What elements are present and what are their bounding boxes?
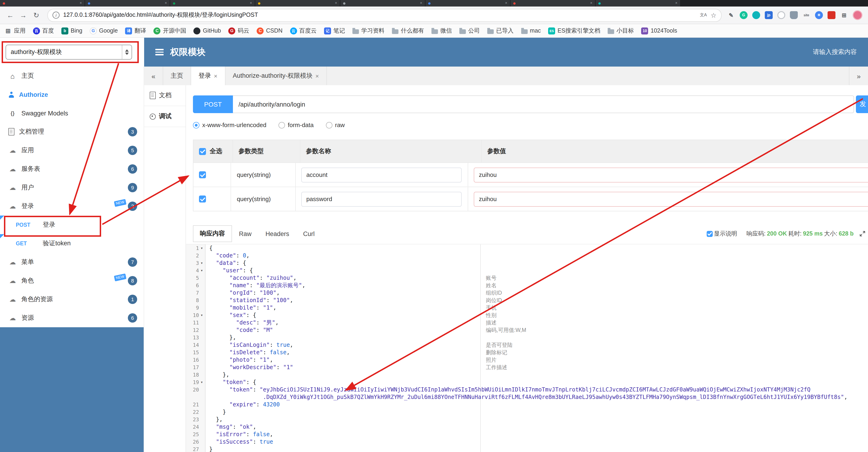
rail-doc-tab[interactable]: 文档 xyxy=(144,85,186,106)
sidebar-item[interactable]: 登录 NEW 2 xyxy=(0,197,144,216)
row-checkbox[interactable] xyxy=(199,171,206,178)
browser-tab[interactable]: × xyxy=(170,0,255,6)
browser-tab[interactable]: × xyxy=(0,0,85,6)
browser-tab[interactable]: × xyxy=(340,0,425,6)
sidebar-item[interactable]: 服务表 6 xyxy=(0,160,144,178)
tab-headers[interactable]: Headers xyxy=(258,226,296,242)
sidebar-item[interactable]: 用户 9 xyxy=(0,178,144,197)
rail-debug-tab[interactable]: 调试 xyxy=(144,106,186,127)
sidebar-item[interactable]: Authorize xyxy=(0,85,144,104)
sidebar-item[interactable]: 应用 5 xyxy=(0,141,144,160)
close-icon[interactable]: × xyxy=(590,1,592,5)
close-icon[interactable]: × xyxy=(250,1,252,5)
browser-tab[interactable]: × xyxy=(425,0,510,6)
browser-tab[interactable]: × xyxy=(85,0,170,6)
sidebar-item[interactable]: 角色 NEW 8 xyxy=(0,272,144,290)
browser-tab[interactable]: × xyxy=(510,0,595,6)
fold-toggle-icon[interactable]: ▾ xyxy=(199,246,205,250)
extension-icon[interactable]: jp xyxy=(765,11,773,19)
tab-curl[interactable]: Curl xyxy=(296,226,322,242)
sidebar-item[interactable]: 角色的资源 1 xyxy=(0,290,144,309)
extension-icon[interactable] xyxy=(752,11,760,19)
close-icon[interactable]: × xyxy=(335,1,337,5)
fold-toggle-icon[interactable]: ▾ xyxy=(199,380,205,385)
close-icon[interactable]: × xyxy=(80,1,82,5)
bookmark-item[interactable]: 百 百度 xyxy=(33,27,54,35)
show-desc-checkbox[interactable] xyxy=(707,231,712,237)
bookmark-item[interactable]: ES ES搜索引擎文档 xyxy=(548,27,600,35)
tab-scroll-left[interactable]: « xyxy=(144,66,163,85)
tab-raw[interactable]: Raw xyxy=(232,226,258,242)
address-bar[interactable]: i 127.0.0.1:8760/api/gate/doc.html#/auth… xyxy=(48,9,721,22)
bookmark-item[interactable]: C 开源中国 xyxy=(154,27,186,35)
close-icon[interactable]: × xyxy=(505,1,507,5)
radio-urlencoded[interactable]: x-www-form-urlencoded xyxy=(193,121,267,129)
browser-tab[interactable]: × xyxy=(255,0,340,6)
pen-extension-icon[interactable]: ✎ xyxy=(727,11,735,19)
bookmark-item[interactable]: 学习资料 xyxy=(352,27,384,35)
translate-icon[interactable]: 文A xyxy=(700,12,707,18)
bookmark-star-icon[interactable]: ☆ xyxy=(711,11,716,19)
tab-login[interactable]: 登录× xyxy=(191,66,225,85)
extension-icon[interactable] xyxy=(777,11,785,19)
param-value-input[interactable]: zuihou xyxy=(474,167,868,182)
row-checkbox[interactable] xyxy=(199,196,206,202)
tab-authorize[interactable]: Authorize-authority-权限模块× xyxy=(225,66,327,85)
close-icon[interactable]: × xyxy=(420,1,422,5)
radio-raw[interactable]: raw xyxy=(326,121,345,129)
radio-formdata[interactable]: form-data xyxy=(278,121,314,129)
bookmark-item[interactable]: G 码云 xyxy=(228,27,249,35)
forward-button[interactable]: → xyxy=(18,11,29,19)
bookmark-item[interactable]: 小目标 xyxy=(608,27,634,35)
extension-icon[interactable]: G xyxy=(740,11,748,19)
param-value-input[interactable]: zuihou xyxy=(474,192,868,206)
close-icon[interactable]: × xyxy=(675,1,677,5)
bookmark-item[interactable]: C CSDN xyxy=(257,27,283,34)
bookmark-item[interactable]: 10 1024Tools xyxy=(641,27,677,34)
bookmark-item[interactable]: 什么都有 xyxy=(392,27,424,35)
fullscreen-icon[interactable] xyxy=(860,231,865,236)
tab-scroll-right[interactable]: » xyxy=(849,66,868,85)
sidebar-item[interactable]: 资源 6 xyxy=(0,309,144,327)
sidebar-item[interactable]: 文档管理 3 xyxy=(0,122,144,141)
sidebar-item[interactable]: Swagger Models xyxy=(0,104,144,122)
bookmark-item[interactable]: 微信 xyxy=(431,27,452,35)
extension-icon[interactable] xyxy=(828,11,835,19)
bookmark-item[interactable]: G Google xyxy=(90,27,118,34)
bookmark-item[interactable]: b Bing xyxy=(61,27,82,34)
browser-tab[interactable]: × xyxy=(595,0,681,6)
close-icon[interactable]: × xyxy=(214,73,217,79)
bookmark-item[interactable]: 译 翻译 xyxy=(125,27,146,35)
sidebar-item[interactable]: 菜单 7 xyxy=(0,253,144,272)
bookmark-item[interactable]: mac xyxy=(521,27,541,34)
page-info-icon[interactable]: i xyxy=(53,12,60,19)
search-input[interactable]: 请输入搜索内容 xyxy=(813,48,857,56)
sidebar-item[interactable]: 主页 xyxy=(0,66,144,85)
service-group-select[interactable]: authority-权限模块 xyxy=(6,45,132,60)
bookmark-item[interactable]: 公司 xyxy=(459,27,480,35)
send-button[interactable]: 发 xyxy=(856,95,868,113)
menu-toggle-icon[interactable] xyxy=(155,48,164,57)
extension-icon[interactable]: ✳ xyxy=(815,11,823,19)
apps-grid-icon[interactable]: ⊞ xyxy=(840,11,848,19)
bookmark-item[interactable]: 记 笔记 xyxy=(324,27,345,35)
profile-avatar[interactable] xyxy=(852,10,862,20)
extension-icon[interactable]: site xyxy=(802,11,810,19)
back-button[interactable]: ← xyxy=(5,11,16,19)
bookmark-item[interactable]: 已导入 xyxy=(487,27,514,35)
select-all-checkbox[interactable] xyxy=(199,148,206,155)
sidebar-item[interactable]: GET 验证token xyxy=(0,234,144,253)
param-name-input[interactable]: account xyxy=(301,167,462,182)
bookmark-item[interactable]: 云 百度云 xyxy=(290,27,317,35)
fold-toggle-icon[interactable]: ▾ xyxy=(199,313,205,317)
close-icon[interactable]: × xyxy=(165,1,167,5)
close-icon[interactable]: × xyxy=(315,73,319,79)
bookmark-item[interactable]: GitHub xyxy=(194,27,221,34)
param-name-input[interactable]: password xyxy=(301,192,462,206)
shield-extension-icon[interactable] xyxy=(790,11,798,19)
fold-toggle-icon[interactable]: ▾ xyxy=(199,261,205,265)
fold-toggle-icon[interactable]: ▾ xyxy=(199,268,205,273)
bookmark-item[interactable]: ⊞ 应用 xyxy=(5,27,26,35)
tab-home[interactable]: 主页 xyxy=(163,66,191,85)
endpoint-path[interactable]: /api/authority/anno/login xyxy=(233,95,854,113)
